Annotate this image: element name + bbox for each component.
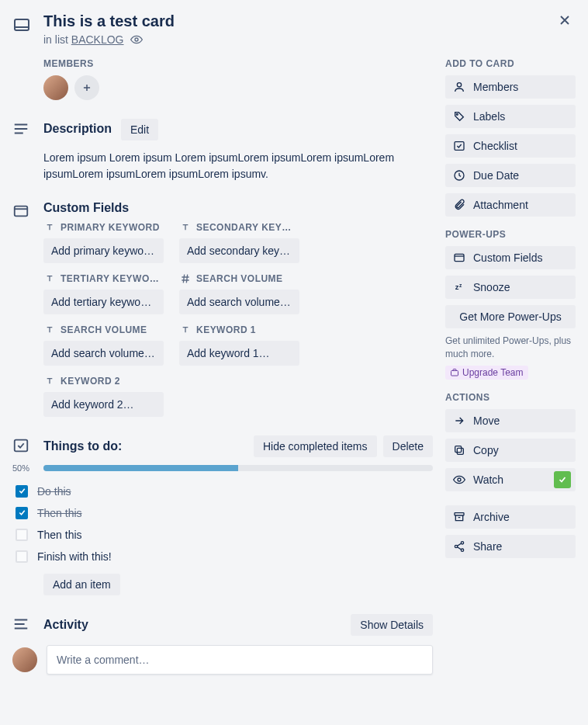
custom-field: TERTIARY KEYWO…Add tertiary keywo… bbox=[43, 272, 164, 314]
powerup-custom-fields[interactable]: Custom Fields bbox=[445, 246, 576, 269]
checklist-item-text[interactable]: Finish with this! bbox=[37, 550, 112, 563]
checklist-item-text[interactable]: Do this bbox=[37, 485, 71, 498]
side-button-label: Labels bbox=[473, 110, 505, 123]
add-to-card-checklist[interactable]: Checklist bbox=[445, 134, 576, 158]
side-button-label: Move bbox=[473, 415, 500, 427]
checklist-checkbox[interactable] bbox=[16, 507, 28, 519]
side-button-label: Custom Fields bbox=[473, 251, 542, 264]
actions-heading: ACTIONS bbox=[445, 392, 576, 403]
custom-field: SECONDARY KEY…Add secondary key… bbox=[179, 221, 299, 263]
list-name-link[interactable]: BACKLOG bbox=[71, 33, 124, 46]
side-button-label: Due Date bbox=[473, 169, 519, 182]
action-watch[interactable]: Watch bbox=[445, 468, 576, 491]
action-share[interactable]: Share bbox=[445, 535, 576, 558]
eye-icon bbox=[453, 474, 465, 486]
add-checklist-item-button[interactable]: Add an item bbox=[43, 574, 120, 595]
action-copy[interactable]: Copy bbox=[445, 439, 576, 462]
add-to-card-attachment[interactable]: Attachment bbox=[445, 193, 576, 217]
member-avatar[interactable] bbox=[43, 75, 68, 100]
card-icon bbox=[453, 251, 465, 264]
powerup-note: Get unlimited Power-Ups, plus much more. bbox=[445, 335, 576, 361]
side-button-label: Share bbox=[473, 540, 502, 553]
check-icon bbox=[453, 140, 465, 152]
custom-field-label: KEYWORD 1 bbox=[179, 324, 299, 336]
custom-field-input[interactable]: Add primary keywo… bbox=[43, 238, 164, 263]
checklist-item[interactable]: Do this bbox=[16, 480, 433, 502]
text-icon bbox=[43, 324, 56, 336]
custom-field-input[interactable]: Add search volume… bbox=[179, 290, 299, 314]
add-to-card-labels[interactable]: Labels bbox=[445, 105, 576, 128]
progress-percent: 50% bbox=[12, 463, 37, 473]
checklist-item[interactable]: Then this bbox=[16, 502, 433, 524]
custom-field-input[interactable]: Add secondary key… bbox=[179, 238, 299, 263]
svg-point-5 bbox=[456, 113, 458, 115]
show-details-button[interactable]: Show Details bbox=[351, 614, 433, 636]
checklist-progress: 50% bbox=[12, 463, 433, 473]
edit-description-button[interactable]: Edit bbox=[121, 119, 158, 140]
custom-field-input[interactable]: Add keyword 2… bbox=[43, 392, 164, 417]
svg-rect-8 bbox=[455, 254, 464, 261]
watch-check-icon bbox=[554, 471, 571, 488]
custom-fields-icon bbox=[12, 203, 29, 220]
add-to-card-due-date[interactable]: Due Date bbox=[445, 164, 576, 187]
current-user-avatar[interactable] bbox=[12, 647, 37, 672]
side-button-label: Copy bbox=[473, 444, 499, 456]
custom-field-label: PRIMARY KEYWORD bbox=[43, 221, 164, 234]
svg-text:z: z bbox=[459, 283, 462, 288]
checklist-item-text[interactable]: Then this bbox=[37, 507, 82, 519]
tag-icon bbox=[453, 110, 465, 123]
action-move[interactable]: Move bbox=[445, 409, 576, 432]
svg-rect-15 bbox=[455, 512, 464, 515]
in-list-prefix: in list bbox=[43, 33, 71, 46]
custom-field-input[interactable]: Add tertiary keywo… bbox=[43, 290, 164, 314]
svg-point-4 bbox=[457, 83, 461, 87]
add-member-button[interactable] bbox=[74, 75, 99, 100]
activity-heading: Activity bbox=[43, 618, 344, 632]
custom-field-input[interactable]: Add keyword 1… bbox=[179, 341, 299, 366]
svg-rect-2 bbox=[15, 206, 28, 216]
briefcase-icon bbox=[450, 368, 459, 377]
text-icon bbox=[43, 375, 56, 387]
upgrade-team-button[interactable]: Upgrade Team bbox=[445, 366, 528, 380]
custom-field: KEYWORD 2Add keyword 2… bbox=[43, 375, 164, 417]
get-more-powerups-button[interactable]: Get More Power-Ups bbox=[445, 305, 576, 328]
custom-field: KEYWORD 1Add keyword 1… bbox=[179, 324, 299, 366]
custom-field: SEARCH VOLUMEAdd search volume… bbox=[179, 272, 299, 314]
svg-rect-11 bbox=[451, 370, 458, 376]
svg-text:z: z bbox=[455, 283, 459, 291]
hide-completed-button[interactable]: Hide completed items bbox=[254, 435, 377, 457]
members-block: MEMBERS bbox=[43, 58, 433, 100]
share-icon bbox=[453, 540, 465, 553]
clock-icon bbox=[453, 169, 465, 182]
description-icon bbox=[12, 120, 29, 137]
checklist-heading[interactable]: Things to do: bbox=[43, 439, 247, 453]
powerup-snooze[interactable]: zzSnooze bbox=[445, 276, 576, 299]
add-to-card-heading: ADD TO CARD bbox=[445, 58, 576, 69]
svg-rect-12 bbox=[457, 448, 463, 454]
activity-icon bbox=[12, 616, 29, 633]
plus-icon bbox=[81, 82, 92, 93]
checklist-item[interactable]: Finish with this! bbox=[16, 546, 433, 567]
svg-rect-3 bbox=[15, 439, 28, 451]
action-archive[interactable]: Archive bbox=[445, 505, 576, 529]
checklist-checkbox[interactable] bbox=[16, 529, 28, 541]
side-button-label: Members bbox=[473, 81, 518, 93]
custom-field-input[interactable]: Add search volume… bbox=[43, 341, 164, 366]
delete-checklist-button[interactable]: Delete bbox=[383, 435, 433, 457]
comment-input[interactable]: Write a comment… bbox=[47, 645, 433, 675]
members-heading: MEMBERS bbox=[43, 58, 433, 69]
checklist-item[interactable]: Then this bbox=[16, 524, 433, 546]
side-button-label: Archive bbox=[473, 511, 510, 523]
checklist-checkbox[interactable] bbox=[16, 485, 28, 498]
side-button-label: Snooze bbox=[473, 281, 510, 293]
card-title[interactable]: This is a test card bbox=[43, 12, 576, 30]
copy-icon bbox=[453, 444, 465, 456]
custom-field-label: SEARCH VOLUME bbox=[43, 324, 164, 336]
custom-field-label: KEYWORD 2 bbox=[43, 375, 164, 387]
add-to-card-members[interactable]: Members bbox=[445, 75, 576, 99]
description-body[interactable]: Lorem ipsum Lorem ipsum Lorem ipsumLorem… bbox=[43, 150, 424, 182]
checklist-checkbox[interactable] bbox=[16, 550, 28, 563]
checklist-item-text[interactable]: Then this bbox=[37, 529, 82, 541]
eye-icon bbox=[130, 33, 143, 46]
text-icon bbox=[43, 221, 56, 234]
